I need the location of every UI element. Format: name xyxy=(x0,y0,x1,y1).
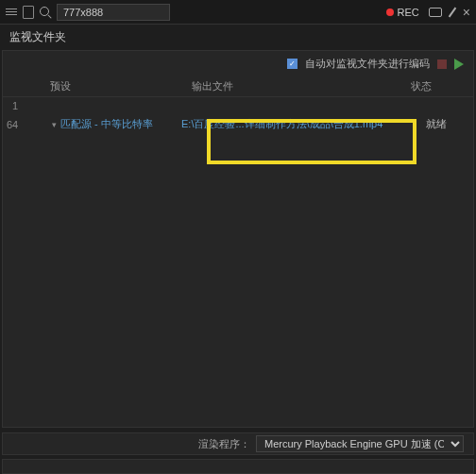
file-icon[interactable] xyxy=(23,6,34,19)
record-indicator[interactable]: REC xyxy=(386,7,419,18)
auto-encode-label: 自动对监视文件夹进行编码 xyxy=(305,57,430,71)
record-label: REC xyxy=(398,7,419,18)
bottom-strip xyxy=(2,459,474,474)
search-icon xyxy=(40,7,51,18)
titlebar: REC × xyxy=(0,0,476,25)
stop-icon[interactable] xyxy=(437,59,447,69)
panel-title: 监视文件夹 xyxy=(0,25,476,50)
row-status: 就绪 xyxy=(426,117,473,131)
preset-link[interactable]: 匹配源 - 中等比特率 xyxy=(60,117,174,131)
output-file-link[interactable]: E:\百度经验...详细制作方法\成品\合成1.mp4 xyxy=(174,117,426,131)
row-format: 64 xyxy=(7,119,35,130)
header-preset: 预设 xyxy=(12,79,154,93)
close-icon[interactable]: × xyxy=(463,5,470,20)
menu-icon[interactable] xyxy=(6,8,17,15)
renderer-label: 渲染程序： xyxy=(198,437,250,451)
queue-row[interactable]: 64 ▾ 匹配源 - 中等比特率 E:\百度经验...详细制作方法\成品\合成1… xyxy=(3,114,473,134)
footer-bar: 渲染程序： Mercury Playback Engine GPU 加速 (CU… xyxy=(2,432,474,455)
watch-folder-panel: ✓ 自动对监视文件夹进行编码 预设 输出文件 状态 1 64 ▾ 匹配源 - 中… xyxy=(2,50,474,428)
titlebar-right: REC × xyxy=(386,5,470,20)
header-output: 输出文件 xyxy=(154,79,411,93)
auto-encode-row: ✓ 自动对监视文件夹进行编码 xyxy=(3,51,473,76)
renderer-select[interactable]: Mercury Playback Engine GPU 加速 (CUDA) xyxy=(256,435,464,452)
group-label: 1 xyxy=(12,100,18,111)
play-icon[interactable] xyxy=(454,59,464,70)
auto-encode-checkbox[interactable]: ✓ xyxy=(287,59,298,69)
pen-icon[interactable] xyxy=(449,7,457,17)
camera-icon[interactable] xyxy=(429,8,442,17)
header-status: 状态 xyxy=(411,79,473,93)
column-headers: 预设 输出文件 状态 xyxy=(3,76,473,97)
search-input[interactable] xyxy=(57,4,170,21)
chevron-down-icon[interactable]: ▾ xyxy=(52,120,57,129)
group-row: 1 xyxy=(3,97,473,114)
titlebar-left xyxy=(6,4,170,21)
record-dot-icon xyxy=(386,8,394,16)
